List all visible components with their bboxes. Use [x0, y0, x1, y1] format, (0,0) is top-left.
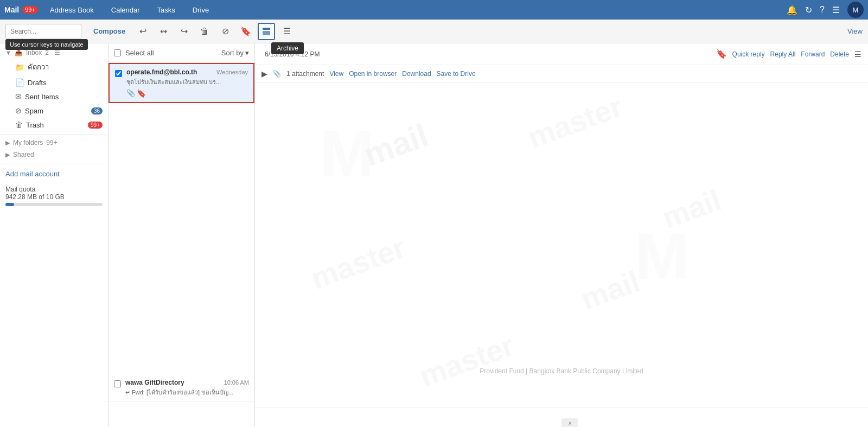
quick-reply-link[interactable]: Quick reply	[732, 50, 765, 58]
email-content-1: wawa GiftDirectory 10:06 AM ↵ Fwd: [ได้ร…	[125, 379, 249, 397]
watermark-1: mail	[359, 117, 433, 174]
reading-flag-icon[interactable]: 🔖	[716, 49, 727, 59]
attachment-toggle-icon[interactable]: ▶	[261, 69, 267, 78]
watermark-6: master	[414, 328, 518, 394]
quota-label: Mail quota	[5, 186, 103, 193]
sidebar-shared-label: Shared	[13, 151, 34, 158]
sidebar-inbox-label: Inbox	[26, 49, 42, 56]
reading-body: mail master mail master mail master M M …	[255, 83, 868, 407]
sidebar-sent-label: Sent Items	[25, 93, 59, 101]
toolbar: Use cursor keys to navigate Compose ↩ ↭ …	[0, 20, 868, 43]
sidebar-spam[interactable]: ⊘ Spam 36	[0, 104, 108, 118]
email-top-row-1: wawa GiftDirectory 10:06 AM	[125, 379, 249, 386]
sort-by-button[interactable]: Sort by ▾	[221, 49, 249, 57]
attachment-open-browser-link[interactable]: Open in browser	[349, 70, 397, 78]
flag-icon-0: 🔖	[137, 89, 146, 98]
sidebar-spam-label: Spam	[25, 107, 43, 115]
sidebar-subfolder-label: คัดกวา	[28, 61, 49, 73]
reading-footer-text: Provident Fund | Bangkok Bank Public Com…	[480, 367, 643, 375]
trash-icon: 🗑	[15, 120, 23, 129]
nav-drive[interactable]: Drive	[189, 4, 212, 16]
delete-button[interactable]: 🗑	[196, 23, 213, 40]
sidebar-trash[interactable]: 🗑 Trash 99+	[0, 118, 108, 132]
big-letter-2: M	[635, 219, 689, 294]
reading-more-icon[interactable]: ☰	[854, 50, 861, 59]
email-subject-1: ↵ Fwd: [ได้รับคำร้องขอแล้ว] ขอเห็นบัญ...	[125, 387, 249, 397]
quota-section: Mail quota 942.28 MB of 10 GB	[0, 182, 108, 209]
sidebar-drafts[interactable]: 📄 Drafts	[0, 75, 108, 90]
drafts-icon: 📄	[15, 78, 24, 87]
sidebar-divider-2	[0, 163, 108, 163]
add-mail-account[interactable]: Add mail account	[0, 165, 108, 182]
avatar[interactable]: M	[847, 2, 864, 18]
email-list-panel: Select all Sort by ▾ operate.fmd@bbl.co.…	[108, 43, 255, 427]
reply-all-link[interactable]: Reply All	[770, 50, 796, 58]
view-button[interactable]: View	[847, 27, 863, 35]
collapse-button[interactable]: ∧	[561, 418, 578, 427]
myfolders-badge: 99+	[46, 139, 57, 146]
attachment-view-link[interactable]: View	[329, 70, 343, 78]
email-checkbox-1[interactable]	[114, 380, 121, 387]
reading-pane-header: 6/15/2016 4:12 PM 🔖 Quick reply Reply Al…	[255, 43, 868, 65]
help-icon[interactable]: ?	[820, 5, 825, 15]
search-input[interactable]	[5, 24, 81, 39]
app-badge: 99+	[22, 6, 38, 14]
nav-addressbook[interactable]: Address Book	[47, 4, 97, 16]
forward-link[interactable]: Forward	[801, 50, 825, 58]
email-list-scroll: operate.fmd@bbl.co.th Wednesday ชุดโปรับ…	[108, 63, 254, 427]
inbox-badge: 2	[45, 49, 49, 56]
email-item-0[interactable]: operate.fmd@bbl.co.th Wednesday ชุดโปรับ…	[108, 63, 254, 103]
sidebar-shared-header[interactable]: ▶ Shared	[0, 149, 108, 161]
attachment-clip-icon: 📎	[273, 70, 281, 78]
spam-icon: ⊘	[15, 106, 22, 115]
email-checkbox-0[interactable]	[115, 70, 122, 77]
email-list-header: Select all Sort by ▾	[108, 43, 254, 63]
reading-pane: 6/15/2016 4:12 PM 🔖 Quick reply Reply Al…	[255, 43, 868, 427]
watermark-2: master	[523, 89, 627, 155]
inbox-collapse-icon: ▼	[5, 49, 11, 56]
watermark-3: mail	[658, 182, 725, 235]
nav-tasks[interactable]: Tasks	[154, 4, 178, 16]
watermark-4: master	[306, 230, 410, 296]
select-all-label[interactable]: Select all	[125, 49, 154, 57]
email-from-0: operate.fmd@bbl.co.th	[126, 68, 197, 76]
attachment-count: 1 attachment	[286, 70, 324, 78]
email-icons-0: 📎 🔖	[126, 89, 248, 98]
inbox-icon: 📥	[15, 49, 23, 56]
attachment-download-link[interactable]: Download	[402, 70, 431, 78]
select-all-checkbox[interactable]	[114, 49, 121, 56]
spam-button[interactable]: ⊘	[216, 23, 234, 40]
sidebar-subfolder[interactable]: 📁 คัดกวา	[0, 59, 108, 75]
email-from-1: wawa GiftDirectory	[125, 379, 184, 386]
compose-button[interactable]: Compose	[88, 23, 131, 40]
sidebar-trash-label: Trash	[26, 121, 44, 129]
quota-bar-bg	[5, 203, 103, 206]
reply-button[interactable]: ↩	[134, 23, 151, 40]
email-item-1[interactable]: wawa GiftDirectory 10:06 AM ↵ Fwd: [ได้ร…	[108, 374, 254, 402]
reply-all-button[interactable]: ↭	[155, 23, 172, 40]
attachment-bar: ▶ 📎 1 attachment View Open in browser Do…	[255, 65, 868, 83]
menu-icon[interactable]: ☰	[832, 5, 840, 15]
bell-icon[interactable]: 🔔	[787, 5, 797, 15]
delete-link[interactable]: Delete	[830, 50, 849, 58]
svg-rect-0	[263, 28, 270, 30]
top-nav-icons: 🔔 ↻ ? ☰ M	[787, 2, 864, 18]
archive-button[interactable]	[258, 23, 275, 40]
flag-button[interactable]: 🔖	[237, 23, 254, 40]
attachment-save-drive-link[interactable]: Save to Drive	[437, 70, 476, 78]
quota-value: 942.28 MB of 10 GB	[5, 193, 103, 201]
refresh-icon[interactable]: ↻	[805, 5, 812, 15]
sort-by-chevron-icon: ▾	[245, 49, 249, 57]
nav-calendar[interactable]: Calendar	[108, 4, 143, 16]
svg-rect-1	[263, 31, 270, 35]
folder-icon: 📁	[15, 63, 24, 72]
more-options-button[interactable]: ☰	[278, 23, 296, 40]
forward-button[interactable]: ↪	[175, 23, 193, 40]
watermark-5: mail	[576, 264, 644, 317]
sidebar-sent[interactable]: ✉ Sent Items	[0, 90, 108, 104]
reading-pane-footer: ∧	[255, 407, 868, 427]
trash-badge: 99+	[88, 122, 103, 129]
sidebar-myfolders-header[interactable]: ▶ My folders 99+	[0, 137, 108, 149]
inbox-menu-icon[interactable]: ☰	[54, 49, 60, 56]
email-time-1: 10:06 AM	[224, 379, 249, 386]
